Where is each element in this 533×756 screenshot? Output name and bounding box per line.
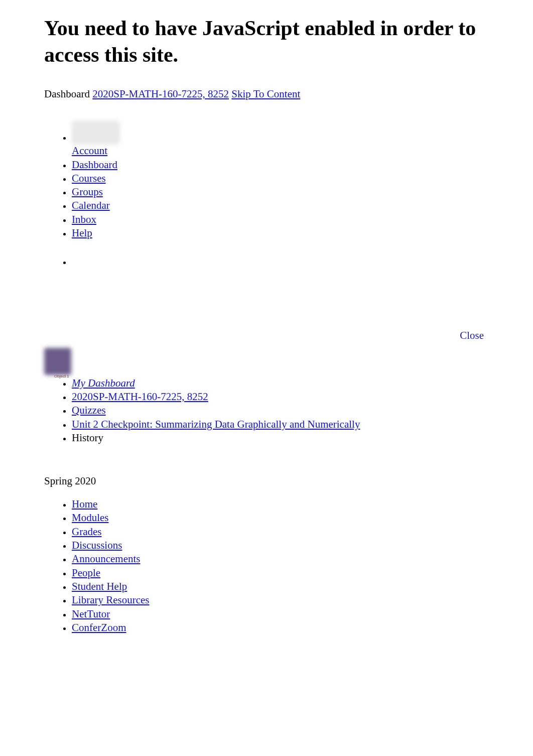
breadcrumb-quizzes[interactable]: Quizzes [72,404,106,416]
skip-to-content-link[interactable]: Skip To Content [231,88,300,100]
nav-groups-link[interactable]: Groups [72,186,103,198]
top-breadcrumb: Dashboard 2020SP-MATH-160-7225, 8252 Ski… [44,88,489,100]
course-nav: Home Modules Grades Discussions Announce… [44,497,489,635]
course-nav-conferzoom[interactable]: ConferZoom [72,621,126,634]
course-nav-student-help[interactable]: Student Help [72,580,127,592]
breadcrumb-trail: My Dashboard 2020SP-MATH-160-7225, 8252 … [44,376,489,445]
account-avatar-placeholder [72,120,120,145]
nav-help-link[interactable]: Help [72,227,92,239]
course-nav-modules[interactable]: Modules [72,512,109,524]
breadcrumb-my-dashboard[interactable]: My Dashboard [72,377,135,389]
breadcrumb-quiz-title[interactable]: Unit 2 Checkpoint: Summarizing Data Grap… [72,418,360,430]
course-nav-discussions[interactable]: Discussions [72,539,122,551]
course-nav-library-resources[interactable]: Library Resources [72,594,150,606]
nav-account-link[interactable]: Account [72,145,107,157]
user-avatar-placeholder [44,348,71,375]
nav-inbox-link[interactable]: Inbox [72,213,96,225]
close-button[interactable]: Close [460,329,484,341]
global-nav: Account Dashboard Courses Groups Calenda… [44,120,489,269]
course-nav-nettutor[interactable]: NetTutor [72,608,110,620]
course-nav-grades[interactable]: Grades [72,526,101,538]
nav-dashboard-link[interactable]: Dashboard [72,159,117,171]
page-heading: You need to have JavaScript enabled in o… [44,15,489,68]
nav-courses-link[interactable]: Courses [72,172,106,184]
course-nav-announcements[interactable]: Announcements [72,553,140,565]
course-nav-people[interactable]: People [72,567,100,579]
breadcrumb-history: History [72,432,103,444]
breadcrumb-dashboard-text: Dashboard [44,88,90,100]
nav-empty-item [72,255,489,269]
nav-calendar-link[interactable]: Calendar [72,199,110,211]
course-nav-home[interactable]: Home [72,498,97,510]
breadcrumb-course-link[interactable]: 2020SP-MATH-160-7225, 8252 [92,88,229,100]
breadcrumb-course[interactable]: 2020SP-MATH-160-7225, 8252 [72,391,208,403]
term-label: Spring 2020 [44,475,489,487]
